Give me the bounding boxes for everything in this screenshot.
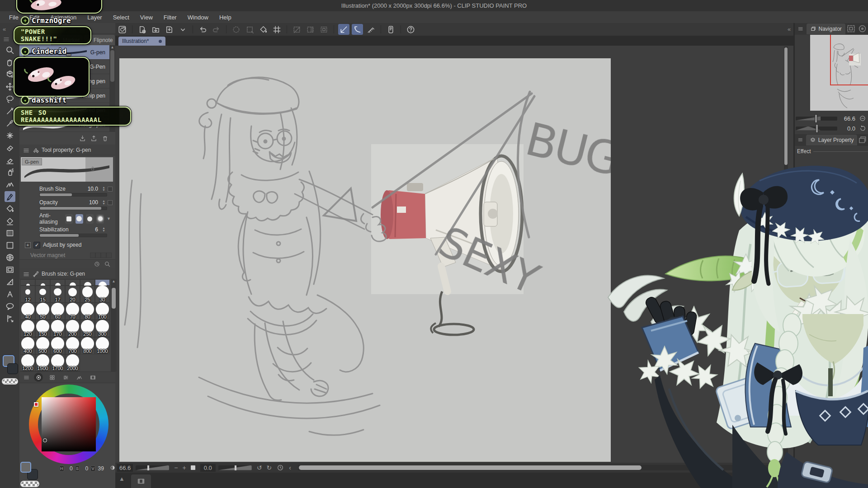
aa-dropdown-icon[interactable]: ▼ xyxy=(107,216,111,221)
open-file-icon[interactable] xyxy=(150,24,161,35)
aa-medium-button[interactable] xyxy=(86,214,94,224)
rotate-ccw-button[interactable]: ↺ xyxy=(257,465,262,471)
brush-size-1200[interactable]: 1200 xyxy=(20,354,35,371)
redo-icon[interactable] xyxy=(211,24,222,35)
gradient-tool[interactable] xyxy=(0,227,19,239)
tab-item-bank-icon[interactable] xyxy=(857,24,868,34)
text-tool[interactable] xyxy=(0,288,19,300)
adjust-by-speed-checkbox[interactable]: ✓ xyxy=(33,242,40,249)
brush-size-60[interactable]: 60 xyxy=(50,303,65,320)
sv-marker[interactable] xyxy=(43,438,47,442)
brush-size-25[interactable]: 25 xyxy=(80,286,95,303)
lock-icon[interactable] xyxy=(90,165,96,172)
snap-to-special-ruler-icon[interactable] xyxy=(352,24,363,35)
brush-size-cell-cut[interactable] xyxy=(95,279,110,286)
layer-property-menu-icon[interactable] xyxy=(797,137,803,143)
menu-item-filter[interactable]: Filter xyxy=(158,14,182,21)
decoration-tool[interactable] xyxy=(0,178,19,190)
zoom-reset-button[interactable] xyxy=(191,465,195,470)
brush-size-cell-cut[interactable] xyxy=(50,279,65,286)
airbrush-tool[interactable] xyxy=(0,166,19,178)
navigator-menu-icon[interactable] xyxy=(797,26,804,32)
color-wheel-tab[interactable] xyxy=(34,373,43,382)
transparent-swatch[interactable] xyxy=(20,481,39,487)
main-color-swatch[interactable] xyxy=(20,462,31,473)
ruler-tool[interactable] xyxy=(0,276,19,288)
aa-weak-button[interactable] xyxy=(75,214,83,224)
processing-icon[interactable] xyxy=(231,24,242,35)
brush-size-500[interactable]: 500 xyxy=(35,337,50,354)
snap-to-grid-icon[interactable] xyxy=(365,24,377,35)
saturation-value-square[interactable] xyxy=(42,397,96,451)
tablet-mode-icon[interactable] xyxy=(385,24,396,35)
brush-size-cell-cut[interactable] xyxy=(65,279,80,286)
menu-item-select[interactable]: Select xyxy=(108,14,135,21)
menu-item-window[interactable]: Window xyxy=(182,14,214,21)
brush-size-70[interactable]: 70 xyxy=(65,303,80,320)
tab-navigator[interactable]: Navigator xyxy=(807,23,845,34)
reset-rotation-button[interactable] xyxy=(276,464,284,472)
tab-subview-icon[interactable] xyxy=(845,24,857,34)
menu-item-view[interactable]: View xyxy=(135,14,158,21)
eraser-tool[interactable] xyxy=(0,141,19,154)
delete-icon[interactable] xyxy=(101,135,109,142)
brush-size-700[interactable]: 700 xyxy=(65,337,80,354)
brush-size-40[interactable]: 40 xyxy=(20,303,35,320)
nav-zoom-out-icon[interactable] xyxy=(859,115,866,122)
canvas-rotation-slider[interactable] xyxy=(218,465,252,470)
soft-eraser-tool[interactable] xyxy=(0,154,19,166)
color-set-tab[interactable] xyxy=(47,373,57,382)
opacity-spinner[interactable]: ▲▼ xyxy=(102,200,105,205)
collapse-right-icon[interactable]: « xyxy=(788,26,789,33)
brush-size-1500[interactable]: 1500 xyxy=(35,354,50,371)
brush-size-cell-cut[interactable] xyxy=(35,279,50,286)
brush-size-30[interactable]: 30 xyxy=(95,286,110,303)
aa-none-button[interactable] xyxy=(65,214,73,224)
stabilization-slider[interactable] xyxy=(39,234,107,237)
navigator-thumbnail[interactable] xyxy=(810,35,868,111)
brush-size-12[interactable]: 12 xyxy=(20,286,35,303)
fill-icon[interactable] xyxy=(258,24,269,35)
transparent-color-swatch[interactable] xyxy=(2,378,18,385)
tab-layer-search-icon[interactable] xyxy=(857,135,868,145)
brush-size-menu-icon[interactable] xyxy=(23,271,29,277)
canvas-frame-icon[interactable] xyxy=(271,24,283,35)
balloon-tool[interactable] xyxy=(0,300,19,312)
fill-tool[interactable] xyxy=(0,202,19,215)
navigator-rotation-slider[interactable] xyxy=(796,127,837,131)
brush-size-800[interactable]: 800 xyxy=(80,337,95,354)
figure-tool[interactable] xyxy=(0,239,19,251)
brush-size-600[interactable]: 600 xyxy=(50,337,65,354)
brush-size-20[interactable]: 20 xyxy=(65,286,80,303)
undo-icon[interactable] xyxy=(197,24,208,35)
brush-size-dynamics[interactable] xyxy=(108,187,113,192)
brush-size-cell-cut[interactable] xyxy=(20,279,35,286)
hue-marker[interactable] xyxy=(34,402,38,407)
blend-tool[interactable] xyxy=(0,129,19,141)
frame-border-tool[interactable] xyxy=(0,263,19,276)
stream-line-tool[interactable] xyxy=(0,312,19,324)
brush-size-200[interactable]: 200 xyxy=(65,320,80,337)
clip-studio-logo-icon[interactable] xyxy=(117,24,128,35)
brush-size-150[interactable]: 150 xyxy=(35,320,50,337)
color-wheel[interactable] xyxy=(19,383,115,463)
brush-size-300[interactable]: 300 xyxy=(95,320,110,337)
help-icon[interactable] xyxy=(405,24,416,35)
brush-size-100[interactable]: 100 xyxy=(95,303,110,320)
zoom-tool[interactable] xyxy=(0,44,19,56)
brush-size-15[interactable]: 15 xyxy=(35,286,50,303)
zoom-in-button[interactable]: + xyxy=(183,465,186,471)
aa-strong-button[interactable] xyxy=(96,214,104,224)
brush-size-170[interactable]: 170 xyxy=(50,320,65,337)
save-file-icon[interactable] xyxy=(164,24,175,35)
color-slider-tab[interactable] xyxy=(61,373,70,382)
canvas[interactable]: BUGS SEXY xyxy=(119,58,611,462)
nav-rotate-reset-icon[interactable] xyxy=(859,125,866,132)
menu-item-help[interactable]: Help xyxy=(214,14,237,21)
canvas-zoom-slider[interactable] xyxy=(136,465,169,470)
brush-size-17[interactable]: 17 xyxy=(50,286,65,303)
navigator-zoom-slider[interactable] xyxy=(796,117,837,121)
export-icon[interactable] xyxy=(90,135,98,142)
brush-size-250[interactable]: 250 xyxy=(80,320,95,337)
brush-size-1000[interactable]: 1000 xyxy=(95,337,110,354)
